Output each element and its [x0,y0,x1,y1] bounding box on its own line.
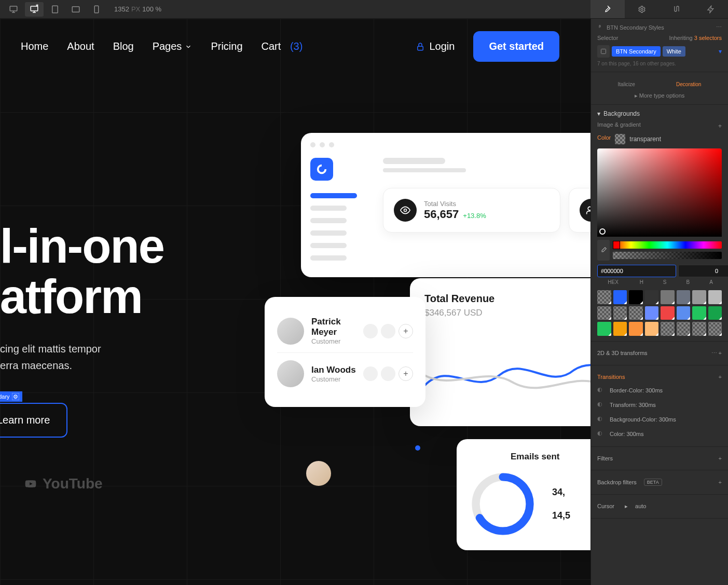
filters-header[interactable]: Filters+ [597,452,722,465]
image-gradient-label: Image & gradient [597,121,641,128]
stat-card-visits: Total Visits 56,657+13.8% [383,188,560,233]
revenue-card: Total Revenue $346,567 USD [410,278,590,426]
color-swatch[interactable] [708,322,722,336]
color-swatch[interactable] [629,306,643,320]
typography-style-row: Italicize Decoration [597,81,722,87]
customer-role: Customer [311,375,356,383]
lock-icon [416,42,425,51]
canvas-size-readout: 1352 PX 100 % [114,5,161,13]
customer-row: Ian Woods Customer + [277,353,413,394]
alpha-slider[interactable] [613,252,722,259]
style-tab[interactable] [590,0,625,18]
color-swatch[interactable] [629,290,643,304]
decoration-toggle[interactable]: Decoration [676,81,701,87]
color-swatch[interactable] [613,290,627,304]
add-icon[interactable]: + [399,366,413,381]
svg-point-10 [641,8,643,10]
backgrounds-header[interactable]: ▾ Backgrounds [597,110,722,117]
chevron-down-icon [185,43,192,50]
transition-item[interactable]: ◐Color: 300ms [597,427,722,441]
transition-item[interactable]: ◐Border-Color: 300ms [597,383,722,398]
nav-pricing[interactable]: Pricing [211,40,242,52]
color-swatch[interactable] [613,306,627,320]
device-mobile[interactable] [87,2,106,17]
interactions-tab[interactable] [660,0,694,18]
revenue-title: Total Revenue [424,293,590,305]
selector-mode-toggle[interactable] [597,45,610,58]
hand-icon [597,24,603,31]
eyedropper-button[interactable] [597,240,610,261]
add-bg-button[interactable]: + [718,123,722,130]
selection-class-badge[interactable]: Secondary ⚙ [0,391,22,402]
transition-item[interactable]: ◐Background-Color: 300ms [597,412,722,427]
color-swatch[interactable] [708,306,722,320]
color-swatch[interactable] [677,290,691,304]
mockup-sidebar [310,158,373,268]
nav-cart[interactable]: Cart (3) [262,40,303,52]
nav-about[interactable]: About [67,40,94,52]
color-swatch[interactable] [645,290,659,304]
settings-tab[interactable] [625,0,659,18]
color-swatch[interactable] [613,322,627,336]
device-tablet-landscape[interactable] [66,2,85,17]
hue-input[interactable] [678,265,728,277]
gear-icon[interactable]: ⚙ [12,393,19,400]
color-swatch[interactable] [661,290,675,304]
learn-more-button[interactable]: Learn more [0,403,67,438]
color-swatch[interactable] [661,322,675,336]
emails-title: Emails sent [511,452,590,462]
add-icon[interactable]: + [399,324,413,338]
dashboard-mockup: Total Visits 56,657+13.8% [301,133,590,277]
transitions-header[interactable]: Transitions+ [597,371,722,383]
color-swatch[interactable] [629,322,643,336]
color-swatch[interactable] [677,322,691,336]
hue-slider[interactable] [613,241,722,249]
get-started-button[interactable]: Get started [473,31,559,62]
color-swatch[interactable] [597,322,611,336]
transforms-header[interactable]: 2D & 3D transforms⋯ + [597,347,722,360]
nav-home[interactable]: Home [21,40,48,52]
color-swatch[interactable] [597,306,611,320]
nav-pages[interactable]: Pages [153,40,193,52]
color-swatch[interactable] [708,290,722,304]
mockup-logo-icon [310,158,333,181]
more-type-options[interactable]: ▸ More type options [597,92,722,99]
transition-item[interactable]: ◐Transform: 300ms [597,398,722,412]
italicize-toggle[interactable]: Italicize [618,81,635,87]
color-swatch[interactable] [692,306,706,320]
class-chip[interactable]: BTN Secondary [612,46,661,57]
chevron-down-icon[interactable]: ▾ [719,48,722,55]
backdrop-filters-header[interactable]: Backdrop filtersBETA+ [597,475,722,489]
color-value-text: transparent [629,135,661,143]
color-swatch[interactable] [645,306,659,320]
emails-donut-chart [469,470,537,538]
device-desktop-large[interactable] [4,2,23,17]
svg-rect-2 [52,6,58,13]
hex-input[interactable] [597,265,676,277]
brand-logos: obook YouTube [0,475,103,492]
site-navigation: Home About Blog Pages Pricing Cart (3) L… [0,31,580,62]
color-picker-field[interactable] [597,148,722,237]
cursor-row[interactable]: Cursor▸auto [597,500,722,513]
effects-tab[interactable] [694,0,728,18]
nav-blog[interactable]: Blog [113,40,134,52]
more-icon[interactable]: ⋯ [716,24,722,31]
current-color-swatch[interactable] [615,134,625,144]
color-swatch[interactable] [661,306,675,320]
color-swatch[interactable] [645,322,659,336]
svg-rect-0 [10,6,17,11]
svg-rect-5 [418,46,423,50]
avatar [277,318,304,345]
style-panel-toolbar [590,0,728,19]
color-swatch[interactable] [692,322,706,336]
color-swatch[interactable] [692,290,706,304]
color-swatch[interactable] [597,290,611,304]
style-panel: BTN Secondary Styles ⋯ Selector Inheriti… [590,0,728,585]
color-swatch[interactable] [677,306,691,320]
selector-hint: 7 on this page, 16 on other pages. [597,61,722,66]
youtube-icon [23,478,38,489]
nav-login[interactable]: Login [416,40,455,52]
class-chip[interactable]: White [663,46,685,57]
breadcrumb[interactable]: BTN Secondary Styles ⋯ [597,24,722,31]
device-desktop[interactable]: ★ [25,2,44,17]
